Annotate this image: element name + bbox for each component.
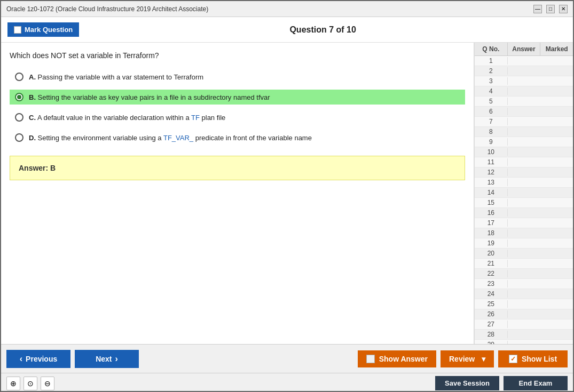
- question-text: Which does NOT set a variable in Terrafo…: [10, 51, 465, 60]
- sidebar-row[interactable]: 6: [475, 107, 573, 117]
- sidebar-cell-qno: 1: [475, 57, 508, 65]
- sidebar-cell-qno: 2: [475, 67, 508, 75]
- sidebar-row[interactable]: 17: [475, 218, 573, 228]
- sidebar-row[interactable]: 20: [475, 249, 573, 259]
- main-container: Mark Question Question 7 of 10 Which doe…: [1, 17, 573, 392]
- sidebar-row[interactable]: 19: [475, 238, 573, 249]
- save-session-button[interactable]: Save Session: [435, 376, 499, 390]
- sidebar-cell-qno: 18: [475, 229, 508, 237]
- sidebar-row[interactable]: 15: [475, 198, 573, 208]
- sidebar-cell-qno: 20: [475, 250, 508, 257]
- previous-button[interactable]: ‹ Previous: [6, 350, 70, 368]
- show-answer-checkbox-icon: [366, 355, 375, 363]
- sidebar-cell-qno: 6: [475, 108, 508, 115]
- option-d-text: D. Setting the environment variable usin…: [29, 134, 312, 142]
- sidebar-row[interactable]: 2: [475, 66, 573, 76]
- sidebar-cell-qno: 15: [475, 199, 508, 206]
- review-button[interactable]: Review ▾: [441, 350, 494, 367]
- sidebar-row[interactable]: 28: [475, 330, 573, 340]
- sidebar-row[interactable]: 1: [475, 56, 573, 66]
- answer-box: Answer: B: [10, 156, 465, 180]
- show-list-checkbox-icon: ✓: [509, 355, 517, 363]
- sidebar-row[interactable]: 27: [475, 319, 573, 330]
- show-answer-button[interactable]: Show Answer: [358, 350, 436, 367]
- sidebar-row[interactable]: 3: [475, 76, 573, 86]
- sidebar-cell-qno: 16: [475, 209, 508, 217]
- maximize-button[interactable]: □: [546, 5, 555, 13]
- sidebar-cell-qno: 21: [475, 260, 508, 267]
- zoom-in-button[interactable]: ⊕: [6, 377, 20, 390]
- show-list-label: Show List: [522, 355, 557, 363]
- mark-checkbox-icon: [14, 26, 21, 34]
- zoom-in-icon: ⊕: [10, 379, 17, 388]
- sidebar-row[interactable]: 18: [475, 228, 573, 238]
- review-arrow-icon: ▾: [482, 355, 485, 363]
- sidebar-cell-qno: 10: [475, 148, 508, 156]
- sidebar-cell-qno: 13: [475, 179, 508, 186]
- sidebar-row[interactable]: 24: [475, 289, 573, 299]
- sidebar-cell-qno: 14: [475, 189, 508, 196]
- zoom-out-button[interactable]: ⊖: [41, 377, 54, 390]
- sidebar-row[interactable]: 12: [475, 167, 573, 178]
- sidebar-row[interactable]: 5: [475, 97, 573, 107]
- sidebar-cell-qno: 27: [475, 321, 508, 328]
- option-d[interactable]: D. Setting the environment variable usin…: [10, 130, 465, 145]
- mark-question-button[interactable]: Mark Question: [7, 22, 79, 37]
- sidebar-col-answer: Answer: [508, 43, 541, 55]
- sidebar-cell-qno: 17: [475, 219, 508, 227]
- option-a[interactable]: A. Passing the variable with a var state…: [10, 69, 465, 84]
- sidebar-row[interactable]: 13: [475, 178, 573, 188]
- zoom-reset-button[interactable]: ⊙: [23, 377, 37, 390]
- sidebar-row[interactable]: 26: [475, 309, 573, 319]
- options-list: A. Passing the variable with a var state…: [10, 69, 465, 145]
- sidebar-cell-qno: 19: [475, 239, 508, 247]
- zoom-out-icon: ⊖: [44, 379, 51, 388]
- answer-text: Answer: B: [19, 164, 56, 172]
- sidebar-row[interactable]: 9: [475, 137, 573, 147]
- sidebar-row[interactable]: 4: [475, 86, 573, 97]
- next-button[interactable]: Next ›: [75, 350, 139, 368]
- sidebar-cell-qno: 22: [475, 270, 508, 277]
- radio-d: [15, 133, 23, 142]
- zoom-controls: ⊕ ⊙ ⊖: [6, 377, 54, 390]
- right-arrow-icon: ›: [115, 354, 118, 364]
- end-exam-button[interactable]: End Exam: [504, 376, 568, 390]
- minimize-button[interactable]: —: [533, 5, 542, 13]
- sidebar-row[interactable]: 8: [475, 127, 573, 137]
- sidebar-row[interactable]: 22: [475, 269, 573, 279]
- option-a-text: A. Passing the variable with a var state…: [29, 73, 203, 81]
- sidebar-row[interactable]: 7: [475, 117, 573, 127]
- review-label: Review: [449, 355, 475, 363]
- sidebar-row[interactable]: 25: [475, 299, 573, 309]
- sidebar-row[interactable]: 10: [475, 147, 573, 157]
- close-button[interactable]: ✕: [559, 5, 568, 13]
- sidebar-row[interactable]: 21: [475, 259, 573, 269]
- sidebar-col-qno: Q No.: [475, 43, 508, 55]
- option-c[interactable]: C. A default value in the variable decla…: [10, 110, 465, 125]
- sidebar-row[interactable]: 29: [475, 340, 573, 344]
- question-panel: Which does NOT set a variable in Terrafo…: [1, 43, 474, 344]
- show-list-button[interactable]: ✓ Show List: [498, 350, 568, 367]
- mark-question-label: Mark Question: [25, 26, 73, 34]
- sidebar-cell-qno: 28: [475, 331, 508, 338]
- sidebar-cell-qno: 11: [475, 158, 508, 166]
- window-controls: — □ ✕: [533, 5, 568, 13]
- sidebar-row[interactable]: 16: [475, 208, 573, 218]
- sidebar-row[interactable]: 11: [475, 157, 573, 167]
- title-bar: Oracle 1z0-1072 (Oracle Cloud Infrastruc…: [1, 1, 573, 17]
- sidebar-row[interactable]: 14: [475, 188, 573, 198]
- sidebar-cell-qno: 7: [475, 118, 508, 125]
- radio-a: [15, 73, 23, 81]
- sidebar-cell-qno: 24: [475, 290, 508, 298]
- sidebar-cell-qno: 26: [475, 310, 508, 318]
- zoom-reset-icon: ⊙: [27, 379, 34, 388]
- toolbar: Mark Question Question 7 of 10: [1, 17, 573, 43]
- sidebar-body[interactable]: 1234567891011121314151617181920212223242…: [475, 56, 573, 344]
- sidebar: Q No. Answer Marked 12345678910111213141…: [474, 43, 573, 344]
- sidebar-cell-qno: 8: [475, 128, 508, 135]
- sidebar-col-marked: Marked: [540, 43, 573, 55]
- sidebar-row[interactable]: 23: [475, 279, 573, 289]
- option-b[interactable]: B. Setting the variable as key value pai…: [10, 90, 465, 105]
- sidebar-cell-qno: 4: [475, 87, 508, 95]
- sidebar-cell-qno: 23: [475, 280, 508, 287]
